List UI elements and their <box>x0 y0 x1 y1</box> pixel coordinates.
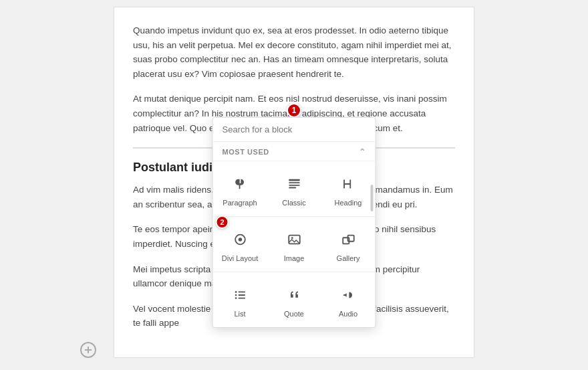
picker-scrollbar[interactable] <box>371 185 374 211</box>
svg-point-15 <box>235 297 237 299</box>
paragraph-icon <box>228 172 252 196</box>
svg-point-7 <box>291 237 293 239</box>
block-picker-section-header: Most Used ⌃ <box>213 142 376 161</box>
quote-icon <box>282 283 306 307</box>
block-item-gallery[interactable]: Gallery <box>321 221 376 268</box>
block-grid: Paragraph Classic <box>213 161 376 216</box>
block-grid-2: 2 Divi Layout <box>213 217 376 272</box>
page-wrapper: Quando impetus invidunt quo ex, sea at e… <box>0 0 588 370</box>
classic-icon <box>282 172 306 196</box>
svg-rect-1 <box>289 182 300 183</box>
block-label-quote: Quote <box>284 310 304 318</box>
block-item-quote[interactable]: Quote <box>267 276 321 323</box>
block-item-heading[interactable]: Heading <box>321 165 376 212</box>
block-grid-3: List Quote Audio <box>213 272 376 327</box>
paragraph-1: Quando impetus invidunt quo ex, sea at e… <box>133 23 455 81</box>
section-label: Most Used <box>223 148 269 156</box>
bottom-add-button[interactable] <box>80 342 96 358</box>
block-label-divi: Divi Layout <box>222 254 258 262</box>
block-item-paragraph[interactable]: Paragraph <box>213 165 267 212</box>
svg-rect-3 <box>289 187 296 189</box>
block-label-classic: Classic <box>282 199 305 207</box>
heading-icon <box>336 172 360 196</box>
svg-rect-0 <box>289 179 300 181</box>
block-label-list: List <box>234 310 245 318</box>
block-label-image: Image <box>284 254 305 262</box>
block-item-image[interactable]: Image <box>267 221 321 268</box>
block-item-list[interactable]: List <box>213 276 267 323</box>
chevron-up-icon: ⌃ <box>359 147 366 157</box>
block-item-classic[interactable]: Classic <box>267 165 321 212</box>
block-picker-dropdown: Most Used ⌃ Paragraph <box>212 117 376 328</box>
block-label-gallery: Gallery <box>337 254 360 262</box>
image-icon <box>282 227 306 252</box>
audio-icon <box>336 283 360 307</box>
divi-layout-icon <box>228 227 252 252</box>
svg-rect-2 <box>289 185 300 186</box>
badge-2: 2 <box>216 215 229 229</box>
svg-point-5 <box>238 238 242 242</box>
block-search-input[interactable] <box>213 118 376 142</box>
block-item-divi-layout[interactable]: 2 Divi Layout <box>213 221 267 268</box>
svg-point-14 <box>235 294 237 296</box>
block-label-paragraph: Paragraph <box>223 199 257 207</box>
block-label-audio: Audio <box>339 310 357 318</box>
badge-1[interactable]: 1 <box>287 103 301 118</box>
gallery-icon <box>336 227 360 252</box>
svg-point-13 <box>235 291 237 293</box>
block-label-heading: Heading <box>335 199 362 207</box>
block-item-audio[interactable]: Audio <box>321 276 376 323</box>
plus-icon <box>84 346 92 354</box>
list-icon <box>228 283 252 307</box>
